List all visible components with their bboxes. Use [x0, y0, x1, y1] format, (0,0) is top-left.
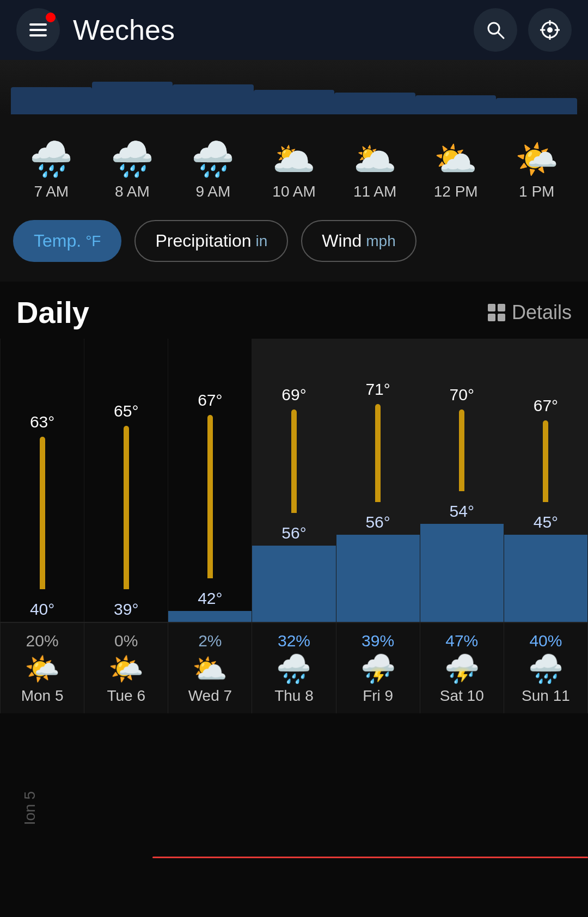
menu-button[interactable] — [16, 8, 60, 52]
temp-high: 65° — [114, 402, 138, 420]
location-button[interactable] — [528, 8, 572, 52]
day-chart-col[interactable]: 45°67° — [504, 339, 588, 622]
metric-toggle-row: Temp. °F Precipitation in Wind mph — [0, 200, 588, 282]
hourly-item-5[interactable]: ⛅ 12 PM — [415, 142, 497, 200]
app-header: Weches — [0, 0, 588, 60]
hourly-item-6[interactable]: 🌤️ 1 PM — [496, 142, 577, 200]
day-weather-icon: ⛅ — [192, 655, 228, 683]
day-chart-col[interactable]: 40°63° — [0, 339, 84, 622]
weather-icon-cloud: 🌥️ — [272, 142, 316, 176]
temp-bar-gold — [375, 404, 381, 502]
temp-low: 40° — [30, 600, 54, 619]
graph-bar — [334, 93, 415, 114]
day-name: Sat 10 — [440, 687, 484, 705]
day-strip-item[interactable]: 47%⛈️Sat 10 — [420, 623, 504, 713]
precip-percent: 2% — [198, 632, 222, 650]
app-title: Weches — [73, 14, 474, 46]
temp-high: 69° — [281, 386, 306, 404]
day-chart-col[interactable]: 56°71° — [336, 339, 420, 622]
temp-low: 45° — [534, 513, 558, 531]
hourly-forecast: 🌧️ 7 AM 🌧️ 8 AM 🌧️ 9 AM 🌥️ 10 AM 🌥️ 11 A… — [0, 114, 588, 200]
precip-toggle[interactable]: Precipitation in — [134, 220, 288, 262]
details-label: Details — [512, 301, 572, 324]
day-name: Fri 9 — [363, 687, 393, 705]
precip-percent: 20% — [26, 632, 59, 650]
day-name: Thu 8 — [274, 687, 314, 705]
day-strip-item[interactable]: 20%🌤️Mon 5 — [0, 623, 84, 713]
temp-unit: °F — [85, 233, 101, 250]
day-chart-col[interactable]: 42°67° — [168, 339, 252, 622]
daily-strip-row: 20%🌤️Mon 50%🌤️Tue 62%⛅Wed 732%🌧️Thu 839%… — [0, 623, 588, 713]
temp-high: 70° — [450, 386, 474, 404]
location-icon — [540, 20, 560, 40]
day-strip-item[interactable]: 40%🌧️Sun 11 — [504, 623, 588, 713]
header-actions — [474, 8, 572, 52]
hour-label-6: 1 PM — [519, 183, 554, 200]
precip-percent: 39% — [362, 632, 394, 650]
day-strip-item[interactable]: 39%⛈️Fri 9 — [336, 623, 420, 713]
hour-label-1: 8 AM — [115, 183, 150, 200]
red-underline — [152, 857, 588, 858]
day-weather-icon: ⛈️ — [444, 655, 480, 683]
precip-percent: 32% — [278, 632, 310, 650]
day-weather-icon: 🌧️ — [276, 655, 311, 683]
grid-icon — [488, 304, 505, 321]
day-name: Mon 5 — [21, 687, 64, 705]
precip-percent: 47% — [445, 632, 478, 650]
precip-label: Precipitation — [155, 231, 251, 251]
day-weather-icon: 🌤️ — [24, 655, 60, 683]
graph-bar — [496, 98, 577, 114]
graph-bar — [11, 87, 92, 114]
graph-bar — [173, 84, 254, 114]
temp-high: 67° — [534, 396, 558, 415]
wind-toggle[interactable]: Wind mph — [301, 220, 416, 262]
temp-toggle[interactable]: Temp. °F — [13, 220, 121, 262]
hour-label-0: 7 AM — [34, 183, 69, 200]
weather-icon-rain: 🌧️ — [111, 142, 154, 176]
precip-bar — [336, 535, 420, 622]
weather-icon-sunny: 🌤️ — [515, 142, 559, 176]
precip-bar — [252, 546, 335, 622]
details-button[interactable]: Details — [488, 301, 572, 324]
precip-bar — [168, 611, 252, 622]
search-button[interactable] — [474, 8, 517, 52]
svg-point-3 — [547, 27, 553, 33]
hourly-item-4[interactable]: 🌥️ 11 AM — [334, 142, 415, 200]
precip-bar — [504, 535, 587, 622]
daily-section-header: Daily Details — [0, 282, 588, 339]
temperature-graph — [0, 60, 588, 114]
temp-bar-gold — [207, 415, 213, 578]
wind-label: Wind — [322, 231, 362, 251]
temp-low: 42° — [198, 589, 222, 608]
day-weather-icon: ⛈️ — [360, 655, 396, 683]
temp-label: Temp. — [34, 231, 81, 251]
day-chart-col[interactable]: 54°70° — [420, 339, 504, 622]
day-strip-item[interactable]: 32%🌧️Thu 8 — [252, 623, 336, 713]
hour-label-2: 9 AM — [196, 183, 231, 200]
weather-icon-cloud: 🌥️ — [353, 142, 397, 176]
weather-icon-rain: 🌧️ — [191, 142, 235, 176]
graph-bar — [92, 82, 173, 114]
day-strip-item[interactable]: 0%🌤️Tue 6 — [84, 623, 168, 713]
day-strip-item[interactable]: 2%⛅Wed 7 — [168, 623, 252, 713]
temp-high: 71° — [365, 380, 390, 399]
hourly-item-3[interactable]: 🌥️ 10 AM — [254, 142, 335, 200]
hourly-item-1[interactable]: 🌧️ 8 AM — [92, 142, 173, 200]
notification-badge — [46, 13, 56, 22]
precip-bar — [420, 524, 504, 622]
hourly-icons-row: 🌧️ 7 AM 🌧️ 8 AM 🌧️ 9 AM 🌥️ 10 AM 🌥️ 11 A… — [0, 131, 588, 200]
day-chart-col[interactable]: 39°65° — [84, 339, 168, 622]
temp-low: 56° — [281, 524, 306, 542]
hour-label-5: 12 PM — [434, 183, 478, 200]
hourly-item-2[interactable]: 🌧️ 9 AM — [173, 142, 254, 200]
temp-high: 67° — [198, 391, 222, 409]
hourly-item-0[interactable]: 🌧️ 7 AM — [11, 142, 92, 200]
search-icon — [486, 20, 505, 40]
temp-high: 63° — [30, 413, 54, 431]
weather-icon-partly-cloudy: ⛅ — [434, 142, 477, 176]
daily-title: Daily — [16, 295, 89, 330]
daily-chart: 40°63°39°65°42°67°56°69°56°71°54°70°45°6… — [0, 339, 588, 622]
precip-unit: in — [256, 233, 268, 250]
day-chart-col[interactable]: 56°69° — [252, 339, 336, 622]
weather-icon-rain: 🌧️ — [29, 142, 73, 176]
